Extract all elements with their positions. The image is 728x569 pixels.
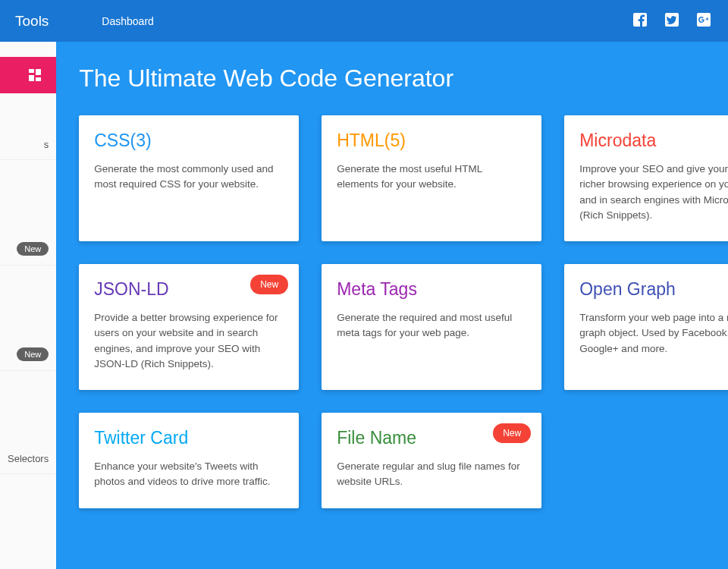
card-microdata[interactable]: Microdata Improve your SEO and give your… [564,115,728,241]
brand-title[interactable]: Tools [15,13,49,30]
sidebar-spacer [0,160,56,196]
card-desc: Provide a better browsing experience for… [94,310,284,372]
card-title: CSS(3) [94,130,284,151]
card-filename[interactable]: New File Name Generate regular and slug … [322,413,541,508]
card-opengraph[interactable]: Open Graph Transform your web page into … [564,264,728,390]
sidebar-item-label: Selectors [8,453,49,464]
card-title: Meta Tags [337,279,526,300]
sidebar-spacer [0,407,56,444]
sidebar-item-partial[interactable]: s [0,130,56,160]
card-desc: Enhance your website's Tweets with photo… [94,459,284,490]
card-grid: CSS(3) Generate the most commonly used a… [79,115,728,508]
new-badge: New [493,423,531,443]
card-html[interactable]: HTML(5) Generate the most useful HTML el… [322,115,541,241]
page-title: The Ultimate Web Code Generator [79,64,728,93]
sidebar-spacer [0,371,56,407]
sidebar-item-new2[interactable]: New [0,338,56,371]
sidebar-spacer [0,302,56,338]
sidebar-item-new1[interactable]: New [0,233,56,266]
card-desc: Generate regular and slug file names for… [337,459,526,490]
new-badge: New [250,275,288,294]
googleplus-icon[interactable] [695,11,713,32]
card-desc: Improve your SEO and give your users a r… [579,162,728,223]
card-desc: Generate the most useful HTML elements f… [337,162,526,193]
card-title: Microdata [579,130,728,151]
sidebar-item-label: s [44,139,49,150]
card-desc: Generate the most commonly used and most… [94,162,284,193]
sidebar-spacer [0,93,56,130]
card-css[interactable]: CSS(3) Generate the most commonly used a… [79,115,299,241]
new-badge: New [17,242,49,256]
twitter-icon[interactable] [663,11,681,32]
card-title: HTML(5) [337,130,526,151]
facebook-icon[interactable] [631,11,649,32]
social-icons [631,11,713,32]
sidebar-spacer [0,196,56,233]
sidebar: s New New Selectors [0,42,56,569]
main-content: The Ultimate Web Code Generator CSS(3) G… [56,42,728,569]
sidebar-spacer [0,266,56,302]
card-metatags[interactable]: Meta Tags Generate the required and most… [322,264,541,390]
topbar-left: Tools Dashboard [15,13,154,30]
dashboard-icon [29,69,41,81]
sidebar-item-selectors[interactable]: Selectors [0,444,56,474]
nav-dashboard[interactable]: Dashboard [102,15,154,27]
card-desc: Transform your web page into a rich grap… [579,310,728,357]
layout: s New New Selectors The Ultimate Web Cod… [0,42,728,569]
sidebar-item-dashboard[interactable] [0,57,56,93]
card-twittercard[interactable]: Twitter Card Enhance your website's Twee… [79,413,299,508]
card-jsonld[interactable]: New JSON-LD Provide a better browsing ex… [79,264,299,390]
card-title: Open Graph [579,279,728,300]
card-title: Twitter Card [94,428,284,448]
new-badge: New [17,347,49,361]
topbar: Tools Dashboard [0,0,728,42]
card-desc: Generate the required and most useful me… [337,310,526,341]
